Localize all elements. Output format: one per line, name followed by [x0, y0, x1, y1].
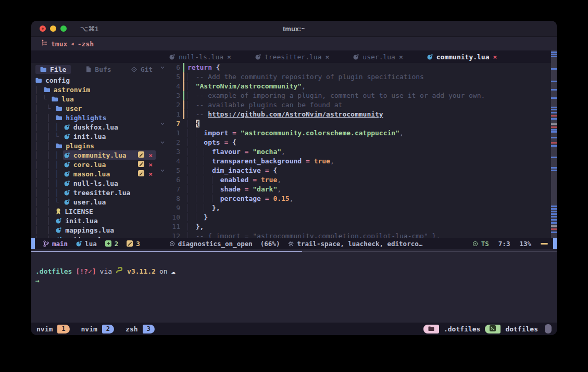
tmux-window-name: nvim — [81, 325, 97, 333]
zoom-window-button[interactable] — [60, 25, 67, 32]
code-line[interactable]: 4 transparent_background = true, — [159, 157, 551, 166]
code-line[interactable]: 2 -- available plugins can be found at — [159, 100, 551, 110]
source-tab-git[interactable]: Git — [127, 65, 157, 74]
indent-guides: │ │ │ — [34, 151, 63, 159]
tmux-window-zsh-3[interactable]: zsh3 — [126, 325, 155, 333]
code-line[interactable]: 11 }, — [159, 222, 551, 232]
tree-item-lua[interactable]: │ └ lua — [31, 94, 159, 104]
tmux-session-separator: ◀ — [71, 41, 73, 46]
tab-close-icon[interactable]: × — [326, 53, 330, 61]
code-line[interactable]: 6 enabled = true, — [159, 175, 551, 185]
tab-null-ls.lua[interactable]: null-ls.lua× — [164, 53, 236, 61]
tab-close-icon[interactable]: × — [399, 53, 403, 61]
code-text: }, — [187, 203, 220, 213]
tree-item-config[interactable]: config — [31, 75, 159, 85]
code-line[interactable]: 2 opts = { — [159, 138, 551, 147]
code-line[interactable]: 6return { — [159, 63, 551, 72]
fold-chevron-icon[interactable] — [159, 122, 166, 125]
code-line[interactable]: 1 -- https://github.com/AstroNvim/astroc… — [159, 110, 551, 119]
unsaved-close-icon[interactable]: × — [148, 151, 153, 159]
code-token — [187, 157, 212, 165]
line-number: 5 — [166, 72, 183, 82]
fold-chevron-icon[interactable] — [159, 66, 166, 69]
tree-item-null-ls.lua[interactable]: │ │ │ null-ls.lua — [31, 178, 159, 188]
tree-item-core.lua[interactable]: │ │ │ core.lua× — [31, 160, 159, 169]
indent-guides: │ │ — [34, 217, 55, 225]
tree-item-user.lua[interactable]: │ │ └ user.lua — [31, 197, 159, 207]
git-sign-bar — [183, 82, 184, 91]
code-text: "AstroNvim/astrocommunity", — [187, 82, 306, 91]
code-line[interactable]: 1 import = "astrocommunity.colorscheme.c… — [159, 129, 551, 138]
code-line[interactable]: 4 "AstroNvim/astrocommunity", — [159, 82, 551, 91]
scrollbar-mark — [551, 206, 557, 207]
code-line[interactable]: 9 }, — [159, 203, 551, 213]
fold-chevron-icon[interactable] — [159, 169, 166, 172]
tmux-pane-divider[interactable] — [31, 251, 557, 252]
code-line[interactable]: 12 -- { import = "astrocommunity.complet… — [159, 232, 551, 238]
lsp-status-icon — [169, 241, 175, 247]
scrollbar-mark — [551, 208, 557, 210]
source-tab-bufs[interactable]: Bufs — [81, 65, 116, 74]
source-tab-file[interactable]: File — [35, 65, 71, 74]
code-token: = — [261, 166, 273, 174]
close-window-button[interactable] — [40, 25, 46, 32]
tree-item-treesitter.lua[interactable]: │ │ │ treesitter.lua — [31, 188, 159, 197]
fold-chevron-icon[interactable] — [159, 141, 166, 144]
minimize-window-button[interactable] — [50, 25, 56, 32]
lsp-clients-label: trail-space, luacheck, editorco… — [297, 240, 422, 248]
tree-item-mappings.lua[interactable]: │ │ mappings.lua — [31, 225, 159, 235]
code-token: , — [290, 195, 294, 202]
line-number: 11 — [166, 222, 183, 232]
scrollbar-mark — [551, 170, 557, 171]
filetype-label: lua — [85, 240, 97, 248]
prompt-directory: .dotfiles — [35, 267, 72, 275]
shell-pane[interactable]: .dotfiles [!?✓] via v3.11.2 on ☁ → — [31, 249, 557, 323]
code-line[interactable]: 8 percentage = 0.15, — [159, 194, 551, 203]
tab-close-icon[interactable]: × — [227, 53, 231, 61]
unsaved-close-icon[interactable]: × — [148, 161, 153, 169]
lua-icon — [64, 181, 70, 186]
tree-item-init.lua[interactable]: │ │ init.lua — [31, 216, 159, 225]
code-line[interactable]: 5 -- Add the community repository of plu… — [159, 72, 551, 82]
git-sign — [183, 203, 187, 213]
tmux-path-label: .dotfiles — [444, 325, 480, 333]
tree-item-user[interactable]: │ └ user — [31, 104, 159, 113]
code-text: dim_inactive = { — [187, 166, 277, 175]
window-shortcut-label: ⌥⌘1 — [80, 25, 98, 33]
line-number: 2 — [166, 100, 183, 110]
editor-scrollbar[interactable] — [551, 50, 557, 238]
git-branch-label[interactable]: main — [52, 240, 68, 248]
unsaved-close-icon[interactable]: × — [148, 170, 153, 178]
tree-item-astronvim[interactable]: │ astronvim — [31, 85, 159, 94]
tmux-window-nvim-1[interactable]: nvim1 — [36, 325, 70, 333]
indent-guides: │ │ — [34, 226, 55, 234]
code-editor[interactable]: 6return {5 -- Add the community reposito… — [159, 63, 557, 238]
code-line[interactable]: 7 shade = "dark", — [159, 185, 551, 194]
tree-item-plugins[interactable]: │ │ plugins — [31, 141, 159, 150]
tree-item-duskfox.lua[interactable]: │ │ │ duskfox.lua — [31, 122, 159, 132]
code-token: "AstroNvim/astrocommunity" — [196, 82, 302, 90]
code-line[interactable]: 3 -- example of imporing a plugin, comme… — [159, 91, 551, 100]
tree-item-highlights[interactable]: │ │ highlights — [31, 113, 159, 122]
tab-community.lua[interactable]: community.lua× — [422, 53, 503, 61]
titlebar[interactable]: ⌥⌘1 tmux:~ — [31, 21, 557, 37]
tab-user.lua[interactable]: user.lua× — [348, 53, 408, 61]
folder-icon — [44, 87, 50, 93]
tab-treesitter.lua[interactable]: treesitter.lua× — [250, 53, 334, 61]
tmux-window-nvim-2[interactable]: nvim2 — [81, 325, 115, 333]
code-line[interactable]: 5 dim_inactive = { — [159, 166, 551, 175]
tab-close-icon[interactable]: × — [493, 53, 497, 61]
license-icon — [56, 208, 61, 215]
code-token: true — [261, 176, 277, 184]
tree-item-LICENSE[interactable]: │ │ LICENSE — [31, 207, 159, 216]
shell-input-arrow[interactable]: → — [35, 277, 40, 285]
tree-item-community.lua[interactable]: │ │ │ community.lua× — [31, 150, 159, 160]
tmux-window-index: 3 — [143, 325, 155, 333]
tab-label: treesitter.lua — [265, 53, 322, 61]
code-token: = — [302, 157, 314, 165]
tree-item-init.lua[interactable]: │ │ └ init.lua — [31, 132, 159, 141]
code-line[interactable]: 3 flavour = "mocha", — [159, 147, 551, 157]
code-line[interactable]: 7 { — [159, 119, 551, 129]
tree-item-mason.lua[interactable]: │ │ │ mason.lua× — [31, 169, 159, 178]
code-line[interactable]: 10 } — [159, 213, 551, 222]
